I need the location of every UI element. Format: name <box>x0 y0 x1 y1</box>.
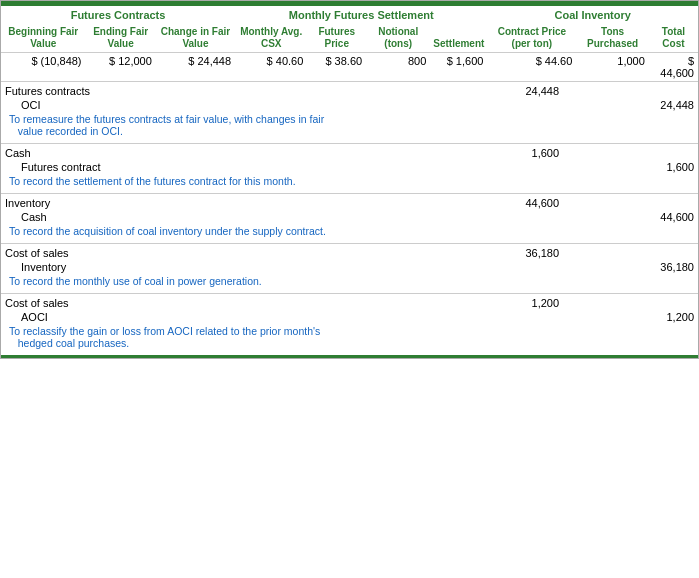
journal-row-3-desc: To record the acquisition of coal invent… <box>1 224 698 244</box>
debit-cost-sales-2: 1,200 <box>428 294 563 311</box>
journal-row-2-desc: To record the settlement of the futures … <box>1 174 698 194</box>
debit-inventory: 44,600 <box>428 194 563 211</box>
cell-contract-price: $ 44.60 <box>487 53 576 82</box>
subaccount-inventory-2: Inventory <box>1 260 428 274</box>
credit-inventory-2: 36,180 <box>563 260 698 274</box>
journal-row-5-desc: To reclassify the gain or loss from AOCI… <box>1 324 698 355</box>
col-beg-fair: Beginning Fair Value <box>1 24 86 53</box>
credit-cash-2: 44,600 <box>563 210 698 224</box>
main-container: Futures Contracts Monthly Futures Settle… <box>0 0 699 359</box>
journal-row-2-sub: Futures contract 1,600 <box>1 160 698 174</box>
debit-cost-sales-1: 36,180 <box>428 244 563 261</box>
debit-aoci <box>428 310 563 324</box>
cell-futures-price: $ 38.60 <box>307 53 366 82</box>
desc-cost-aoci: To reclassify the gain or loss from AOCI… <box>1 324 698 355</box>
subaccount-aoci: AOCI <box>1 310 428 324</box>
journal-row-2-account: Cash 1,600 <box>1 144 698 161</box>
col-futures-price: Futures Price <box>307 24 366 53</box>
account-futures-contracts: Futures contracts <box>1 82 428 99</box>
journal-row-1-desc: To remeasure the futures contracts at fa… <box>1 112 698 144</box>
header-table: Futures Contracts Monthly Futures Settle… <box>1 4 698 81</box>
data-row-1: $ (10,848) $ 12,000 $ 24,448 $ 40.60 $ 3… <box>1 53 698 82</box>
credit-futures-contracts <box>563 82 698 99</box>
journal-row-4-account: Cost of sales 36,180 <box>1 244 698 261</box>
credit-cost-sales-1 <box>563 244 698 261</box>
debit-cash-2 <box>428 210 563 224</box>
credit-inventory <box>563 194 698 211</box>
cell-chg-fair: $ 24,448 <box>156 53 235 82</box>
settlement-section-header: Monthly Futures Settlement <box>235 5 487 24</box>
credit-cost-sales-2 <box>563 294 698 311</box>
section-header-row: Futures Contracts Monthly Futures Settle… <box>1 5 698 24</box>
col-notional: Notional (tons) <box>366 24 430 53</box>
debit-futures-contract <box>428 160 563 174</box>
cell-settlement: $ 1,600 <box>430 53 487 82</box>
cell-beg-fair: $ (10,848) <box>1 53 86 82</box>
credit-cash-1 <box>563 144 698 161</box>
futures-section-header: Futures Contracts <box>1 5 235 24</box>
debit-cash-1: 1,600 <box>428 144 563 161</box>
desc-cost-inventory: To record the monthly use of coal in pow… <box>1 274 698 294</box>
cell-end-fair: $ 12,000 <box>86 53 156 82</box>
subaccount-oci: OCI <box>1 98 428 112</box>
col-header-row: Beginning Fair Value Ending Fair Value C… <box>1 24 698 53</box>
credit-oci: 24,448 <box>563 98 698 112</box>
journal-row-1-sub: OCI 24,448 <box>1 98 698 112</box>
desc-cash-futures: To record the settlement of the futures … <box>1 174 698 194</box>
journal-row-3-sub: Cash 44,600 <box>1 210 698 224</box>
col-contract-price: Contract Price (per ton) <box>487 24 576 53</box>
journal-table: Futures contracts 24,448 OCI 24,448 To r… <box>1 81 698 355</box>
col-tons-purchased: Tons Purchased <box>576 24 649 53</box>
debit-inventory-2 <box>428 260 563 274</box>
cell-notional: 800 <box>366 53 430 82</box>
credit-aoci: 1,200 <box>563 310 698 324</box>
bottom-green-bar <box>1 355 698 358</box>
journal-row-4-sub: Inventory 36,180 <box>1 260 698 274</box>
journal-row-4-desc: To record the monthly use of coal in pow… <box>1 274 698 294</box>
col-end-fair: Ending Fair Value <box>86 24 156 53</box>
debit-oci <box>428 98 563 112</box>
col-settlement: Settlement <box>430 24 487 53</box>
col-chg-fair: Change in Fair Value <box>156 24 235 53</box>
col-total-cost: Total Cost <box>649 24 698 53</box>
account-cash-1: Cash <box>1 144 428 161</box>
cell-total-cost: $ 44,600 <box>649 53 698 82</box>
journal-row-5-account: Cost of sales 1,200 <box>1 294 698 311</box>
inventory-section-header: Coal Inventory <box>487 5 698 24</box>
account-cost-sales-1: Cost of sales <box>1 244 428 261</box>
desc-inventory-cash: To record the acquisition of coal invent… <box>1 224 698 244</box>
account-cost-sales-2: Cost of sales <box>1 294 428 311</box>
subaccount-futures-contract: Futures contract <box>1 160 428 174</box>
journal-row-3-account: Inventory 44,600 <box>1 194 698 211</box>
journal-row-1-account: Futures contracts 24,448 <box>1 82 698 99</box>
credit-futures-contract: 1,600 <box>563 160 698 174</box>
col-monthly-avg: Monthly Avg. CSX <box>235 24 307 53</box>
cell-monthly-avg: $ 40.60 <box>235 53 307 82</box>
cell-tons-purchased: 1,000 <box>576 53 649 82</box>
journal-row-5-sub: AOCI 1,200 <box>1 310 698 324</box>
account-inventory: Inventory <box>1 194 428 211</box>
debit-futures-contracts: 24,448 <box>428 82 563 99</box>
subaccount-cash-2: Cash <box>1 210 428 224</box>
desc-futures-oci: To remeasure the futures contracts at fa… <box>1 112 698 144</box>
